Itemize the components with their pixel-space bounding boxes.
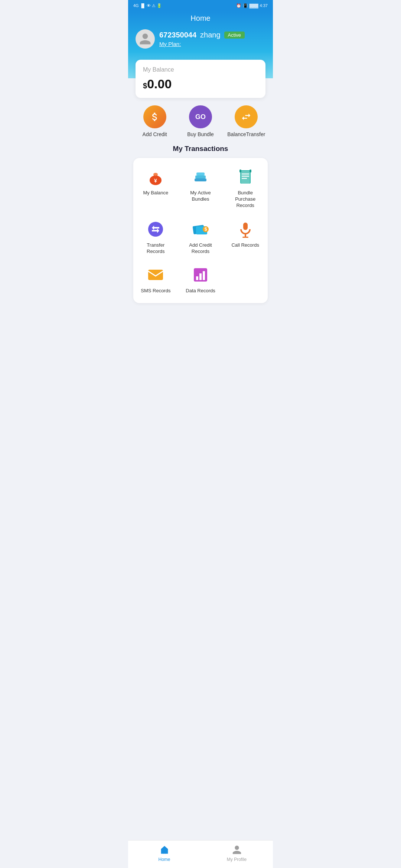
sms-records-item[interactable]: SMS Records	[133, 265, 178, 294]
call-records-label: Call Records	[231, 242, 259, 249]
svg-rect-4	[195, 178, 206, 181]
svg-rect-12	[239, 170, 241, 172]
svg-rect-26	[203, 271, 205, 280]
svg-rect-21	[242, 237, 248, 238]
transfer-arrows-icon	[241, 111, 252, 122]
my-active-bundles-label: My Active Bundles	[184, 190, 217, 203]
my-balance-icon: ¥	[146, 167, 166, 187]
svg-rect-24	[196, 276, 198, 280]
eye-icon: 👁	[147, 3, 151, 8]
svg-text:$: $	[204, 226, 207, 232]
transfer-records-icon	[146, 219, 166, 239]
phone-number: 672350044	[159, 31, 196, 39]
signal-icon: 4G	[133, 3, 139, 8]
main-content: Add Credit GO Buy Bundle BalanceTransfer…	[128, 98, 273, 340]
my-active-bundles-item[interactable]: My Active Bundles	[178, 167, 223, 209]
dollar-sign-icon	[149, 111, 160, 122]
svg-rect-13	[250, 170, 251, 172]
svg-rect-6	[196, 172, 205, 175]
balance-currency: $	[143, 82, 147, 90]
go-text: GO	[195, 113, 206, 121]
add-credit-icon	[143, 105, 166, 128]
quick-actions: Add Credit GO Buy Bundle BalanceTransfer	[128, 98, 273, 141]
credit-cards-icon: $	[192, 220, 209, 238]
balance-transfer-icon	[235, 105, 258, 128]
transactions-area: My Transactions ¥ My Balance	[128, 141, 273, 310]
status-right: ⏰ 📳 ▓▓▓ 4:37	[236, 3, 268, 8]
svg-rect-8	[241, 171, 250, 184]
clock-icon: ⏰	[236, 3, 241, 8]
transfer-records-label: Transfer Records	[139, 242, 172, 255]
bundle-purchase-records-item[interactable]: Bundle Purchase Records	[223, 167, 268, 209]
transactions-card: ¥ My Balance My Active Bundles	[133, 158, 268, 303]
svg-rect-25	[199, 273, 202, 280]
username: zhang	[200, 31, 221, 39]
call-records-icon	[235, 219, 255, 239]
call-records-item[interactable]: Call Records	[223, 219, 268, 255]
vibrate-icon: 📳	[243, 3, 248, 8]
svg-point-14	[148, 222, 163, 237]
buy-bundle-action[interactable]: GO Buy Bundle	[177, 105, 223, 137]
add-credit-records-icon: $	[190, 219, 211, 239]
bundle-purchase-records-label: Bundle Purchase Records	[229, 190, 262, 209]
active-badge: Active	[224, 32, 245, 39]
user-avatar-icon	[138, 32, 152, 46]
wifi-icon: ▐▌	[140, 3, 146, 8]
bundles-stack-icon	[192, 168, 209, 186]
transactions-title: My Transactions	[128, 145, 273, 153]
data-records-label: Data Records	[186, 288, 215, 294]
chart-icon	[192, 266, 209, 284]
add-credit-records-item[interactable]: $ Add Credit Records	[178, 219, 223, 255]
time-display: 4:37	[260, 3, 268, 8]
empty-slot	[223, 265, 268, 294]
svg-rect-22	[148, 270, 163, 280]
envelope-icon	[147, 266, 164, 284]
balance-value: 0.00	[147, 77, 172, 91]
my-plan-link[interactable]: My Plan:	[159, 41, 181, 47]
user-row: 672350044 zhang Active My Plan:	[136, 29, 265, 49]
balance-label: My Balance	[143, 66, 258, 73]
avatar	[136, 29, 155, 49]
svg-point-2	[153, 173, 158, 176]
trans-row-3: SMS Records Data Records	[133, 260, 268, 299]
my-balance-item[interactable]: ¥ My Balance	[133, 167, 178, 209]
status-left: 4G ▐▌ 👁 ⚠ 🔋	[133, 3, 162, 8]
battery-icon: 🔋	[157, 3, 162, 8]
microphone-icon	[237, 220, 254, 238]
balance-transfer-label: BalanceTransfer	[227, 131, 265, 137]
svg-rect-5	[195, 175, 206, 178]
add-credit-records-label: Add Credit Records	[184, 242, 217, 255]
trans-row-1: ¥ My Balance My Active Bundles	[133, 162, 268, 214]
status-bar: 4G ▐▌ 👁 ⚠ 🔋 ⏰ 📳 ▓▓▓ 4:37	[128, 0, 273, 11]
buy-bundle-icon: GO	[189, 105, 212, 128]
balance-transfer-action[interactable]: BalanceTransfer	[224, 105, 269, 137]
sms-records-icon	[146, 265, 166, 285]
add-credit-label: Add Credit	[143, 131, 167, 137]
data-records-icon	[190, 265, 211, 285]
battery-level-icon: ▓▓▓	[250, 3, 258, 8]
bundle-purchase-records-icon	[235, 167, 255, 187]
my-active-bundles-icon	[190, 167, 211, 187]
user-info: 672350044 zhang Active My Plan:	[159, 31, 265, 47]
trans-row-2: Transfer Records $ Add Credit Records	[133, 214, 268, 260]
receipt-icon	[237, 168, 254, 186]
money-bag-icon: ¥	[146, 168, 165, 186]
user-name-row: 672350044 zhang Active	[159, 31, 265, 39]
buy-bundle-label: Buy Bundle	[187, 131, 214, 137]
transfer-icon	[147, 220, 164, 238]
page-title: Home	[136, 14, 265, 23]
balance-card: My Balance $0.00	[136, 60, 265, 98]
add-credit-action[interactable]: Add Credit	[132, 105, 177, 137]
svg-rect-20	[245, 234, 246, 237]
svg-text:¥: ¥	[154, 178, 157, 184]
transfer-records-item[interactable]: Transfer Records	[133, 219, 178, 255]
sms-records-label: SMS Records	[141, 288, 170, 294]
balance-amount: $0.00	[143, 77, 258, 91]
svg-rect-19	[243, 223, 248, 230]
data-records-item[interactable]: Data Records	[178, 265, 223, 294]
my-balance-label: My Balance	[143, 190, 168, 196]
warning-icon: ⚠	[152, 3, 156, 8]
